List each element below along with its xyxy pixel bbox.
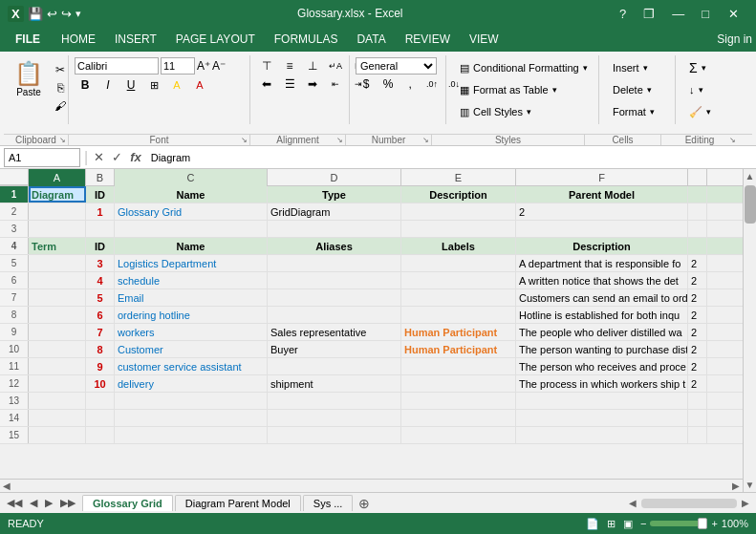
list-item[interactable] xyxy=(86,221,115,237)
col-header-f[interactable]: F xyxy=(516,169,688,186)
list-item[interactable]: Human Participant xyxy=(401,324,516,340)
normal-view-icon[interactable]: ▣ xyxy=(623,518,633,530)
row-number[interactable]: 7 xyxy=(0,289,29,306)
list-item[interactable] xyxy=(29,341,86,357)
row-number[interactable]: 9 xyxy=(0,324,29,340)
list-item[interactable]: 3 xyxy=(86,255,115,271)
align-top-btn[interactable]: ⊤ xyxy=(256,57,277,75)
page-break-preview-icon[interactable]: ⊞ xyxy=(607,518,616,530)
wrap-text-btn[interactable]: ↵A xyxy=(325,57,346,75)
list-item[interactable] xyxy=(29,289,86,306)
list-item[interactable] xyxy=(401,307,516,323)
col-header-g[interactable] xyxy=(688,169,707,186)
row-number[interactable]: 2 xyxy=(0,203,29,220)
list-item[interactable] xyxy=(86,427,115,443)
row-number[interactable]: 12 xyxy=(0,375,29,392)
list-item[interactable]: Name xyxy=(115,238,268,254)
list-item[interactable]: Buyer xyxy=(268,341,401,357)
list-item[interactable]: 4 xyxy=(86,272,115,288)
list-item[interactable]: 7 xyxy=(86,324,115,340)
list-item[interactable] xyxy=(688,393,707,409)
list-item[interactable]: Glossary Grid xyxy=(115,203,268,220)
list-item[interactable] xyxy=(268,255,401,271)
row-number[interactable]: 14 xyxy=(0,410,29,426)
list-item[interactable]: Customers can send an email to ord xyxy=(516,289,688,306)
align-left-btn[interactable]: ⬅ xyxy=(256,75,277,93)
list-item[interactable] xyxy=(401,203,516,220)
zoom-thumb[interactable] xyxy=(698,518,707,529)
align-bottom-btn[interactable]: ⊥ xyxy=(302,57,323,75)
list-item[interactable] xyxy=(29,324,86,340)
col-header-c[interactable]: C xyxy=(115,169,268,186)
redo-icon[interactable]: ↪ xyxy=(61,7,72,21)
zoom-out-btn[interactable]: − xyxy=(640,518,646,529)
list-item[interactable]: 5 xyxy=(86,289,115,306)
list-item[interactable] xyxy=(268,307,401,323)
row-number[interactable]: 10 xyxy=(0,341,29,357)
paste-button[interactable]: 📋 Paste xyxy=(10,57,48,99)
maximize-btn[interactable]: □ xyxy=(694,5,717,23)
h-scroll-right-btn[interactable]: ▶ xyxy=(729,480,743,492)
restore-btn[interactable]: ❐ xyxy=(636,5,662,23)
select-all-corner[interactable] xyxy=(0,169,29,185)
list-item[interactable]: 6 xyxy=(86,307,115,323)
list-item[interactable]: Diagram xyxy=(29,186,86,203)
list-item[interactable]: 2 xyxy=(688,255,707,271)
name-box[interactable] xyxy=(4,148,80,167)
sheet-tab-sys[interactable]: Sys ... xyxy=(303,495,354,511)
col-header-d[interactable]: D xyxy=(268,169,401,186)
list-item[interactable]: 2 xyxy=(688,307,707,323)
list-item[interactable]: Human Participant xyxy=(401,341,516,357)
list-item[interactable] xyxy=(29,203,86,220)
cut-button[interactable]: ✂ xyxy=(50,61,71,78)
zoom-in-btn[interactable]: + xyxy=(711,518,717,529)
fx-icon[interactable]: fx xyxy=(128,150,143,164)
signin-btn[interactable]: Sign in xyxy=(717,32,752,46)
list-item[interactable] xyxy=(29,393,86,409)
list-item[interactable] xyxy=(29,358,86,374)
minimize-btn[interactable]: — xyxy=(664,5,692,23)
clear-btn[interactable]: 🧹 ▾ xyxy=(681,101,719,122)
list-item[interactable]: Term xyxy=(29,238,86,254)
row-number[interactable]: 5 xyxy=(0,255,29,271)
align-right-btn[interactable]: ➡ xyxy=(302,75,323,93)
list-item[interactable]: GridDiagram xyxy=(268,203,401,220)
sheet-tab-diagram-parent-model[interactable]: Diagram Parent Model xyxy=(175,495,301,511)
list-item[interactable]: Customer xyxy=(115,341,268,357)
fill-color-button[interactable]: A xyxy=(166,76,187,94)
conditional-formatting-btn[interactable]: ▤ Conditional Formatting ▾ xyxy=(452,57,595,78)
menu-insert[interactable]: INSERT xyxy=(105,27,166,52)
sheet-h-scrolltrack[interactable] xyxy=(641,499,737,508)
decimal-increase-btn[interactable]: .0↑ xyxy=(421,75,443,93)
col-header-e[interactable]: E xyxy=(401,169,516,186)
copy-button[interactable]: ⎘ xyxy=(50,79,71,96)
add-sheet-btn[interactable]: ⊕ xyxy=(355,496,374,511)
row-number[interactable]: 8 xyxy=(0,307,29,323)
underline-button[interactable]: U xyxy=(120,76,141,94)
list-item[interactable]: 2 xyxy=(688,341,707,357)
insert-btn[interactable]: Insert ▾ xyxy=(605,57,656,78)
h-scroll-track[interactable] xyxy=(13,480,729,493)
undo-icon[interactable]: ↩ xyxy=(47,7,57,21)
row-number[interactable]: 6 xyxy=(0,272,29,288)
list-item[interactable]: 8 xyxy=(86,341,115,357)
file-menu[interactable]: FILE xyxy=(4,27,52,52)
sheet-scroll-left[interactable]: ◀ xyxy=(626,497,639,509)
number-expand-icon[interactable]: ↘ xyxy=(422,136,429,144)
delete-btn[interactable]: Delete ▾ xyxy=(605,79,659,100)
list-item[interactable]: Logistics Department xyxy=(115,255,268,271)
list-item[interactable]: 2 xyxy=(688,324,707,340)
list-item[interactable] xyxy=(29,410,86,426)
close-btn[interactable]: ✕ xyxy=(719,5,748,23)
list-item[interactable] xyxy=(516,427,688,443)
list-item[interactable]: A written notice that shows the det xyxy=(516,272,688,288)
currency-btn[interactable]: $ xyxy=(356,75,377,93)
list-item[interactable]: The person who receives and proce xyxy=(516,358,688,374)
list-item[interactable] xyxy=(401,375,516,392)
sheet-next-btn[interactable]: ▶ xyxy=(42,497,55,509)
v-scroll-up-btn[interactable]: ▲ xyxy=(744,169,756,183)
more-commands-icon[interactable]: ▾ xyxy=(76,8,81,20)
decrease-font-btn[interactable]: A⁻ xyxy=(212,59,226,73)
increase-font-btn[interactable]: A⁺ xyxy=(197,59,210,73)
list-item[interactable] xyxy=(268,289,401,306)
